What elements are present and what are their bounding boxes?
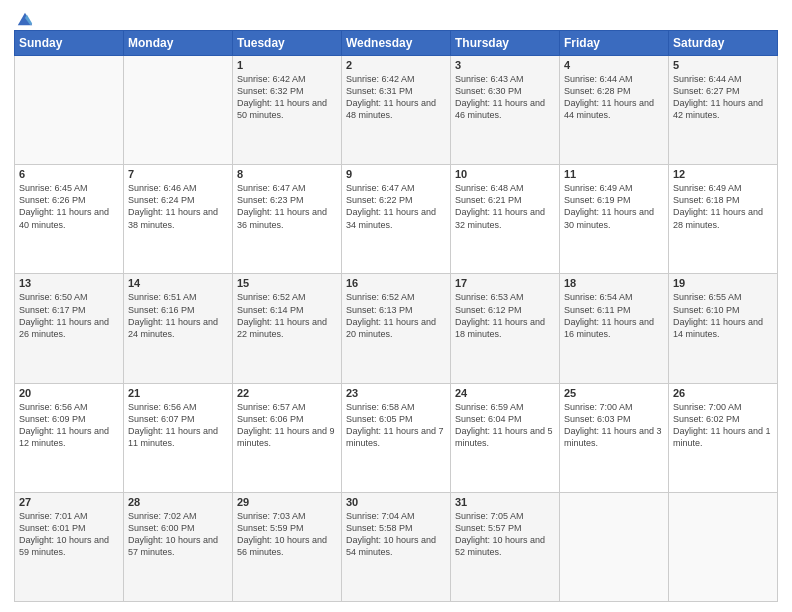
cell-content: Sunrise: 7:03 AM Sunset: 5:59 PM Dayligh… bbox=[237, 510, 337, 559]
cell-content: Sunrise: 7:01 AM Sunset: 6:01 PM Dayligh… bbox=[19, 510, 119, 559]
day-number: 28 bbox=[128, 496, 228, 508]
calendar-cell: 27Sunrise: 7:01 AM Sunset: 6:01 PM Dayli… bbox=[15, 492, 124, 601]
day-number: 6 bbox=[19, 168, 119, 180]
calendar-week-row: 13Sunrise: 6:50 AM Sunset: 6:17 PM Dayli… bbox=[15, 274, 778, 383]
calendar-cell: 5Sunrise: 6:44 AM Sunset: 6:27 PM Daylig… bbox=[669, 56, 778, 165]
calendar-cell: 20Sunrise: 6:56 AM Sunset: 6:09 PM Dayli… bbox=[15, 383, 124, 492]
header bbox=[14, 10, 778, 24]
calendar-header-monday: Monday bbox=[124, 31, 233, 56]
cell-content: Sunrise: 6:43 AM Sunset: 6:30 PM Dayligh… bbox=[455, 73, 555, 122]
cell-content: Sunrise: 7:05 AM Sunset: 5:57 PM Dayligh… bbox=[455, 510, 555, 559]
cell-content: Sunrise: 7:00 AM Sunset: 6:02 PM Dayligh… bbox=[673, 401, 773, 450]
cell-content: Sunrise: 6:55 AM Sunset: 6:10 PM Dayligh… bbox=[673, 291, 773, 340]
cell-content: Sunrise: 6:46 AM Sunset: 6:24 PM Dayligh… bbox=[128, 182, 228, 231]
cell-content: Sunrise: 7:02 AM Sunset: 6:00 PM Dayligh… bbox=[128, 510, 228, 559]
cell-content: Sunrise: 6:45 AM Sunset: 6:26 PM Dayligh… bbox=[19, 182, 119, 231]
day-number: 2 bbox=[346, 59, 446, 71]
day-number: 22 bbox=[237, 387, 337, 399]
calendar-header-sunday: Sunday bbox=[15, 31, 124, 56]
day-number: 19 bbox=[673, 277, 773, 289]
cell-content: Sunrise: 6:47 AM Sunset: 6:22 PM Dayligh… bbox=[346, 182, 446, 231]
day-number: 24 bbox=[455, 387, 555, 399]
calendar-cell: 17Sunrise: 6:53 AM Sunset: 6:12 PM Dayli… bbox=[451, 274, 560, 383]
day-number: 7 bbox=[128, 168, 228, 180]
calendar-cell: 13Sunrise: 6:50 AM Sunset: 6:17 PM Dayli… bbox=[15, 274, 124, 383]
day-number: 25 bbox=[564, 387, 664, 399]
calendar-cell: 26Sunrise: 7:00 AM Sunset: 6:02 PM Dayli… bbox=[669, 383, 778, 492]
calendar-cell: 23Sunrise: 6:58 AM Sunset: 6:05 PM Dayli… bbox=[342, 383, 451, 492]
calendar-cell: 4Sunrise: 6:44 AM Sunset: 6:28 PM Daylig… bbox=[560, 56, 669, 165]
cell-content: Sunrise: 6:44 AM Sunset: 6:28 PM Dayligh… bbox=[564, 73, 664, 122]
calendar-cell: 25Sunrise: 7:00 AM Sunset: 6:03 PM Dayli… bbox=[560, 383, 669, 492]
day-number: 20 bbox=[19, 387, 119, 399]
calendar-week-row: 27Sunrise: 7:01 AM Sunset: 6:01 PM Dayli… bbox=[15, 492, 778, 601]
calendar-cell: 21Sunrise: 6:56 AM Sunset: 6:07 PM Dayli… bbox=[124, 383, 233, 492]
cell-content: Sunrise: 6:53 AM Sunset: 6:12 PM Dayligh… bbox=[455, 291, 555, 340]
day-number: 3 bbox=[455, 59, 555, 71]
calendar-cell: 22Sunrise: 6:57 AM Sunset: 6:06 PM Dayli… bbox=[233, 383, 342, 492]
cell-content: Sunrise: 6:44 AM Sunset: 6:27 PM Dayligh… bbox=[673, 73, 773, 122]
calendar-cell: 16Sunrise: 6:52 AM Sunset: 6:13 PM Dayli… bbox=[342, 274, 451, 383]
calendar-cell: 3Sunrise: 6:43 AM Sunset: 6:30 PM Daylig… bbox=[451, 56, 560, 165]
cell-content: Sunrise: 6:50 AM Sunset: 6:17 PM Dayligh… bbox=[19, 291, 119, 340]
logo-icon bbox=[16, 10, 34, 28]
day-number: 16 bbox=[346, 277, 446, 289]
calendar-header-thursday: Thursday bbox=[451, 31, 560, 56]
calendar-cell bbox=[15, 56, 124, 165]
day-number: 21 bbox=[128, 387, 228, 399]
day-number: 12 bbox=[673, 168, 773, 180]
calendar-cell: 7Sunrise: 6:46 AM Sunset: 6:24 PM Daylig… bbox=[124, 165, 233, 274]
calendar-cell: 31Sunrise: 7:05 AM Sunset: 5:57 PM Dayli… bbox=[451, 492, 560, 601]
cell-content: Sunrise: 6:48 AM Sunset: 6:21 PM Dayligh… bbox=[455, 182, 555, 231]
calendar-cell: 28Sunrise: 7:02 AM Sunset: 6:00 PM Dayli… bbox=[124, 492, 233, 601]
cell-content: Sunrise: 7:00 AM Sunset: 6:03 PM Dayligh… bbox=[564, 401, 664, 450]
day-number: 14 bbox=[128, 277, 228, 289]
calendar-cell: 12Sunrise: 6:49 AM Sunset: 6:18 PM Dayli… bbox=[669, 165, 778, 274]
calendar-week-row: 6Sunrise: 6:45 AM Sunset: 6:26 PM Daylig… bbox=[15, 165, 778, 274]
page: SundayMondayTuesdayWednesdayThursdayFrid… bbox=[0, 0, 792, 612]
day-number: 13 bbox=[19, 277, 119, 289]
cell-content: Sunrise: 6:49 AM Sunset: 6:18 PM Dayligh… bbox=[673, 182, 773, 231]
calendar-cell: 14Sunrise: 6:51 AM Sunset: 6:16 PM Dayli… bbox=[124, 274, 233, 383]
calendar-cell: 29Sunrise: 7:03 AM Sunset: 5:59 PM Dayli… bbox=[233, 492, 342, 601]
calendar-header-saturday: Saturday bbox=[669, 31, 778, 56]
cell-content: Sunrise: 6:56 AM Sunset: 6:09 PM Dayligh… bbox=[19, 401, 119, 450]
calendar-cell: 1Sunrise: 6:42 AM Sunset: 6:32 PM Daylig… bbox=[233, 56, 342, 165]
day-number: 11 bbox=[564, 168, 664, 180]
cell-content: Sunrise: 6:52 AM Sunset: 6:13 PM Dayligh… bbox=[346, 291, 446, 340]
calendar-cell bbox=[560, 492, 669, 601]
day-number: 15 bbox=[237, 277, 337, 289]
calendar-week-row: 1Sunrise: 6:42 AM Sunset: 6:32 PM Daylig… bbox=[15, 56, 778, 165]
calendar-cell: 11Sunrise: 6:49 AM Sunset: 6:19 PM Dayli… bbox=[560, 165, 669, 274]
cell-content: Sunrise: 6:47 AM Sunset: 6:23 PM Dayligh… bbox=[237, 182, 337, 231]
calendar-cell: 24Sunrise: 6:59 AM Sunset: 6:04 PM Dayli… bbox=[451, 383, 560, 492]
calendar-cell: 18Sunrise: 6:54 AM Sunset: 6:11 PM Dayli… bbox=[560, 274, 669, 383]
day-number: 4 bbox=[564, 59, 664, 71]
day-number: 29 bbox=[237, 496, 337, 508]
calendar-cell: 2Sunrise: 6:42 AM Sunset: 6:31 PM Daylig… bbox=[342, 56, 451, 165]
day-number: 30 bbox=[346, 496, 446, 508]
calendar-cell: 10Sunrise: 6:48 AM Sunset: 6:21 PM Dayli… bbox=[451, 165, 560, 274]
day-number: 5 bbox=[673, 59, 773, 71]
cell-content: Sunrise: 6:56 AM Sunset: 6:07 PM Dayligh… bbox=[128, 401, 228, 450]
calendar-header-wednesday: Wednesday bbox=[342, 31, 451, 56]
cell-content: Sunrise: 6:49 AM Sunset: 6:19 PM Dayligh… bbox=[564, 182, 664, 231]
day-number: 31 bbox=[455, 496, 555, 508]
cell-content: Sunrise: 6:51 AM Sunset: 6:16 PM Dayligh… bbox=[128, 291, 228, 340]
cell-content: Sunrise: 6:59 AM Sunset: 6:04 PM Dayligh… bbox=[455, 401, 555, 450]
day-number: 17 bbox=[455, 277, 555, 289]
calendar-cell: 9Sunrise: 6:47 AM Sunset: 6:22 PM Daylig… bbox=[342, 165, 451, 274]
day-number: 18 bbox=[564, 277, 664, 289]
cell-content: Sunrise: 6:52 AM Sunset: 6:14 PM Dayligh… bbox=[237, 291, 337, 340]
calendar-week-row: 20Sunrise: 6:56 AM Sunset: 6:09 PM Dayli… bbox=[15, 383, 778, 492]
calendar-table: SundayMondayTuesdayWednesdayThursdayFrid… bbox=[14, 30, 778, 602]
day-number: 1 bbox=[237, 59, 337, 71]
calendar-cell: 8Sunrise: 6:47 AM Sunset: 6:23 PM Daylig… bbox=[233, 165, 342, 274]
calendar-header-row: SundayMondayTuesdayWednesdayThursdayFrid… bbox=[15, 31, 778, 56]
calendar-cell: 19Sunrise: 6:55 AM Sunset: 6:10 PM Dayli… bbox=[669, 274, 778, 383]
day-number: 27 bbox=[19, 496, 119, 508]
cell-content: Sunrise: 6:58 AM Sunset: 6:05 PM Dayligh… bbox=[346, 401, 446, 450]
cell-content: Sunrise: 6:42 AM Sunset: 6:31 PM Dayligh… bbox=[346, 73, 446, 122]
day-number: 9 bbox=[346, 168, 446, 180]
calendar-header-friday: Friday bbox=[560, 31, 669, 56]
